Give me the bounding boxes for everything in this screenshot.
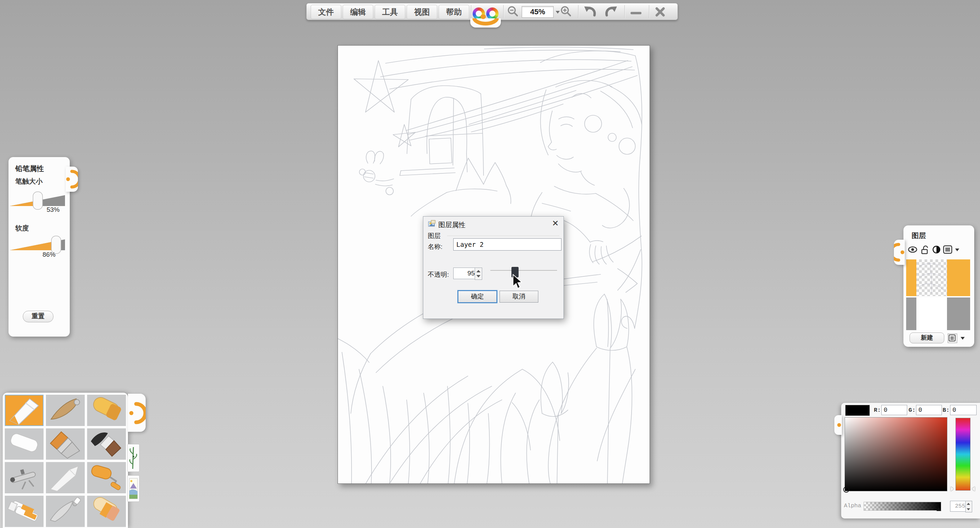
ok-button[interactable]: 确定 bbox=[458, 291, 497, 303]
mascot-smile-tab[interactable] bbox=[470, 18, 501, 27]
dialog-title: 图层属性 bbox=[438, 220, 466, 230]
panel-drag-handle[interactable] bbox=[66, 166, 78, 192]
mascot-nose bbox=[480, 14, 486, 19]
layer-properties-icon bbox=[428, 220, 436, 228]
menu-edit[interactable]: 编辑 bbox=[343, 5, 373, 19]
smile-icon bbox=[470, 18, 501, 27]
dialog-close-icon[interactable]: ✕ bbox=[552, 219, 559, 228]
layer-visibility-cell[interactable] bbox=[906, 259, 916, 296]
sv-cursor bbox=[843, 487, 850, 493]
alpha-spinner[interactable] bbox=[966, 501, 972, 512]
tool-blender-stump[interactable] bbox=[46, 462, 85, 493]
menu-tools[interactable]: 工具 bbox=[375, 5, 405, 19]
app-window: 文件 编辑 工具 视图 帮助 45% bbox=[0, 0, 980, 528]
b-label: B: bbox=[943, 407, 950, 414]
tool-eraser-stick[interactable] bbox=[87, 496, 126, 527]
layer-list-icon[interactable] bbox=[943, 245, 953, 254]
layers-panel: 图层 bbox=[904, 225, 974, 347]
new-layer-button[interactable]: 新建 bbox=[910, 333, 944, 343]
tool-flat-brush[interactable] bbox=[46, 428, 85, 460]
alpha-slider[interactable] bbox=[864, 502, 941, 511]
opacity-spinner[interactable] bbox=[475, 268, 482, 280]
color-panel-drag-handle[interactable] bbox=[834, 415, 842, 435]
menu-view[interactable]: 视图 bbox=[407, 5, 437, 19]
brush-size-label: 笔触大小 bbox=[15, 177, 43, 186]
layer-menu-button[interactable] bbox=[948, 333, 957, 343]
b-input[interactable] bbox=[950, 405, 977, 415]
r-input[interactable] bbox=[881, 405, 907, 415]
layer-menu-caret[interactable] bbox=[961, 337, 965, 340]
texture-bamboo-button[interactable] bbox=[127, 444, 140, 472]
palette-drag-handle[interactable] bbox=[128, 394, 146, 432]
opacity-slider-track[interactable] bbox=[490, 270, 557, 271]
blend-dropdown-caret[interactable] bbox=[955, 249, 959, 251]
cancel-button[interactable]: 取消 bbox=[500, 291, 538, 303]
zoom-dropdown-caret[interactable] bbox=[556, 11, 560, 14]
softness-slider[interactable] bbox=[8, 234, 67, 256]
lock-icon[interactable] bbox=[920, 245, 929, 255]
layer-row-selected[interactable] bbox=[906, 259, 970, 296]
layer-name-cell[interactable] bbox=[947, 298, 970, 330]
layer-name-input[interactable] bbox=[453, 238, 562, 251]
eye-icon[interactable] bbox=[907, 245, 918, 254]
layer-thumbnail[interactable] bbox=[916, 298, 947, 330]
spin-down-icon[interactable] bbox=[967, 508, 970, 510]
saturation-value-picker[interactable] bbox=[845, 417, 947, 491]
tool-pastel[interactable] bbox=[87, 395, 126, 426]
close-icon[interactable] bbox=[654, 6, 666, 18]
opacity-label: 不透明: bbox=[428, 270, 449, 279]
group-divider bbox=[447, 236, 559, 236]
texture-landscape-button[interactable] bbox=[127, 475, 140, 502]
spin-down-icon[interactable] bbox=[476, 275, 480, 277]
layers-drag-handle[interactable] bbox=[894, 240, 905, 265]
palette-knife-tool-icon bbox=[46, 496, 85, 527]
undo-icon[interactable] bbox=[583, 5, 597, 19]
layer-name-cell[interactable] bbox=[947, 259, 970, 296]
tool-palette-knife[interactable] bbox=[46, 496, 85, 527]
spin-up-icon[interactable] bbox=[476, 270, 480, 272]
eraser-tool-icon bbox=[5, 428, 43, 460]
menu-help[interactable]: 帮助 bbox=[439, 5, 469, 19]
hue-marker-right-icon[interactable] bbox=[972, 487, 975, 491]
tool-palette-panel bbox=[3, 393, 128, 528]
alpha-label: Alpha bbox=[844, 503, 861, 509]
layer-thumbnail[interactable] bbox=[916, 259, 947, 296]
tool-charcoal-pen[interactable] bbox=[46, 395, 85, 426]
tool-airbrush[interactable] bbox=[5, 462, 43, 493]
contrast-icon[interactable] bbox=[932, 245, 941, 254]
g-label: G: bbox=[908, 407, 915, 414]
flat-brush-tool-icon bbox=[46, 428, 85, 460]
minimize-icon[interactable] bbox=[630, 12, 641, 14]
main-toolbar: 文件 编辑 工具 视图 帮助 45% bbox=[306, 3, 678, 20]
tool-marker[interactable] bbox=[5, 496, 43, 527]
g-input[interactable] bbox=[916, 405, 942, 415]
redo-icon[interactable] bbox=[604, 5, 618, 19]
opacity-value-field[interactable]: 95 bbox=[453, 268, 477, 279]
airbrush-tool-icon bbox=[5, 462, 43, 493]
tool-paint-roller[interactable] bbox=[87, 462, 126, 493]
zoom-level-field[interactable]: 45% bbox=[522, 6, 554, 18]
layer-row-background[interactable] bbox=[906, 298, 970, 330]
group-label: 图层 bbox=[428, 231, 441, 240]
hue-slider[interactable] bbox=[956, 418, 970, 491]
spin-up-icon[interactable] bbox=[967, 503, 970, 505]
globe-icon[interactable] bbox=[486, 8, 498, 20]
layer-visibility-cell[interactable] bbox=[906, 298, 916, 330]
layer-thumbnail-sketch bbox=[916, 259, 947, 296]
menu-file[interactable]: 文件 bbox=[311, 5, 341, 19]
panel-title: 铅笔属性 bbox=[15, 164, 44, 173]
mouse-cursor bbox=[512, 274, 524, 290]
zoom-in-icon[interactable] bbox=[560, 5, 572, 18]
zoom-out-icon[interactable] bbox=[507, 5, 519, 18]
reset-button[interactable]: 重置 bbox=[23, 311, 53, 322]
color-picker-panel: R: G: B: Alpha 255 bbox=[841, 403, 980, 518]
tool-pencil[interactable] bbox=[5, 395, 43, 426]
current-color-swatch[interactable] bbox=[845, 405, 870, 416]
paint-roller-tool-icon bbox=[87, 462, 126, 493]
hue-marker-left-icon[interactable] bbox=[951, 487, 954, 491]
tool-eraser[interactable] bbox=[5, 428, 43, 460]
alpha-value-field[interactable]: 255 bbox=[950, 501, 967, 512]
charcoal-pen-tool-icon bbox=[46, 395, 85, 426]
blender-stump-tool-icon bbox=[46, 462, 85, 493]
tool-ink-brush[interactable] bbox=[87, 428, 126, 460]
